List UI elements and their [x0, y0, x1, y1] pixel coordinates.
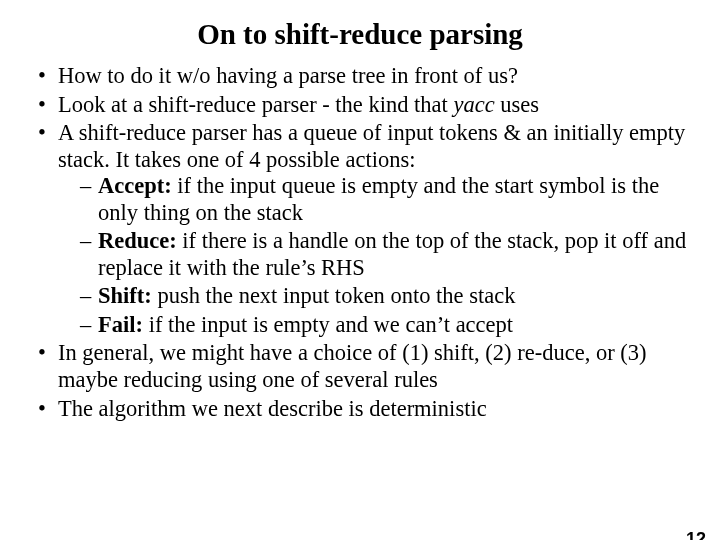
sub-text: if the input queue is empty and the star…: [98, 173, 659, 225]
sub-bullet-item: Reduce: if there is a handle on the top …: [80, 228, 690, 281]
slide: On to shift-reduce parsing How to do it …: [0, 18, 720, 540]
sub-label: Shift:: [98, 283, 152, 308]
sub-label: Fail:: [98, 312, 143, 337]
sub-text: if the input is empty and we can’t accep…: [143, 312, 513, 337]
bullet-item: In general, we might have a choice of (1…: [38, 340, 690, 393]
sub-bullet-item: Shift: push the next input token onto th…: [80, 283, 690, 310]
page-number: 12: [686, 529, 706, 540]
bullet-item: Look at a shift-reduce parser - the kind…: [38, 92, 690, 119]
sub-text: if there is a handle on the top of the s…: [98, 228, 686, 280]
sub-bullet-item: Accept: if the input queue is empty and …: [80, 173, 690, 226]
bullet-list: How to do it w/o having a parse tree in …: [38, 63, 690, 422]
bullet-text-pre: Look at a shift-reduce parser - the kind…: [58, 92, 453, 117]
bullet-text: A shift-reduce parser has a queue of inp…: [58, 120, 685, 172]
sub-text: push the next input token onto the stack: [152, 283, 516, 308]
sub-bullet-item: Fail: if the input is empty and we can’t…: [80, 312, 690, 339]
bullet-text: How to do it w/o having a parse tree in …: [58, 63, 518, 88]
bullet-text-post: uses: [495, 92, 539, 117]
sub-label: Reduce:: [98, 228, 177, 253]
sub-bullet-list: Accept: if the input queue is empty and …: [58, 173, 690, 338]
bullet-text-em: yacc: [453, 92, 494, 117]
slide-body: How to do it w/o having a parse tree in …: [0, 63, 720, 422]
bullet-item: The algorithm we next describe is determ…: [38, 396, 690, 423]
bullet-item: How to do it w/o having a parse tree in …: [38, 63, 690, 90]
bullet-item: A shift-reduce parser has a queue of inp…: [38, 120, 690, 338]
bullet-text: In general, we might have a choice of (1…: [58, 340, 647, 392]
bullet-text: The algorithm we next describe is determ…: [58, 396, 487, 421]
sub-label: Accept:: [98, 173, 172, 198]
slide-title: On to shift-reduce parsing: [0, 18, 720, 51]
